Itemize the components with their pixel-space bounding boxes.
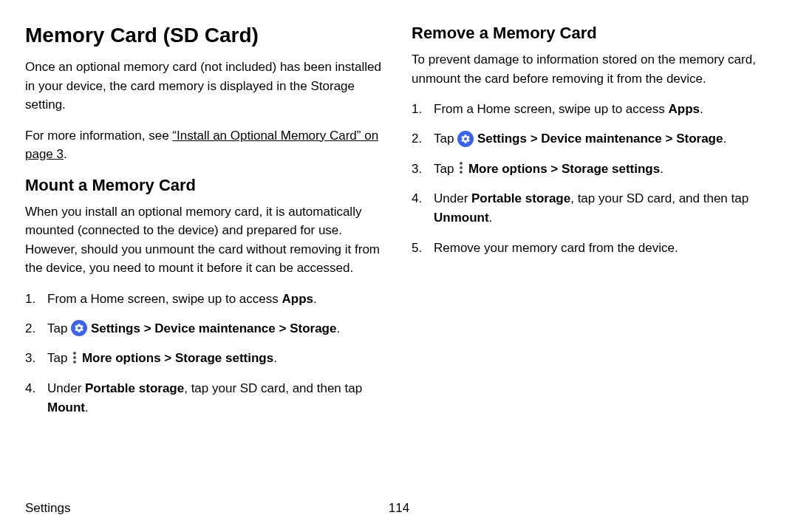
more-options-icon: [71, 352, 78, 364]
settings-path: Settings > Device maintenance > Storage: [91, 321, 337, 335]
more-info-paragraph: For more information, see “Install an Op…: [25, 126, 386, 164]
text: Tap: [434, 162, 457, 176]
text: , tap your SD card, and then tap: [184, 381, 362, 395]
more-options-path: More options > Storage settings: [468, 162, 660, 176]
text: , tap your SD card, and then tap: [570, 191, 748, 205]
mount-steps: From a Home screen, swipe up to access A…: [25, 290, 386, 418]
remove-step-1: From a Home screen, swipe up to access A…: [412, 100, 773, 119]
left-column: Memory Card (SD Card) Once an optional m…: [25, 24, 386, 497]
more-info-pre: For more information, see: [25, 129, 172, 143]
footer-section: Settings: [25, 501, 70, 516]
page-footer: Settings 114: [25, 501, 773, 516]
settings-path: Settings > Device maintenance > Storage: [477, 132, 723, 146]
remove-step-4: Under Portable storage, tap your SD card…: [412, 189, 773, 228]
mount-step-2: Tap Settings > Device maintenance > Stor…: [25, 319, 386, 338]
portable-storage-label: Portable storage: [85, 381, 184, 395]
mount-paragraph: When you install an optional memory card…: [25, 202, 386, 278]
remove-step-5: Remove your memory card from the device.: [412, 239, 773, 258]
portable-storage-label: Portable storage: [471, 191, 570, 205]
intro-paragraph: Once an optional memory card (not includ…: [25, 58, 386, 115]
text: Under: [434, 191, 471, 205]
remove-paragraph: To prevent damage to information stored …: [412, 50, 773, 88]
right-column: Remove a Memory Card To prevent damage t…: [412, 24, 773, 497]
mount-heading: Mount a Memory Card: [25, 176, 386, 195]
more-options-path: More options > Storage settings: [82, 351, 273, 365]
mount-label: Mount: [47, 400, 85, 415]
remove-steps: From a Home screen, swipe up to access A…: [412, 100, 773, 258]
text: Tap: [47, 351, 71, 365]
settings-icon: [457, 131, 474, 147]
text: Tap: [47, 321, 71, 335]
page-title: Memory Card (SD Card): [25, 24, 386, 47]
page-number: 114: [389, 501, 409, 516]
settings-icon: [71, 320, 87, 336]
remove-heading: Remove a Memory Card: [412, 24, 773, 43]
text: From a Home screen, swipe up to access: [47, 292, 282, 306]
mount-step-1: From a Home screen, swipe up to access A…: [25, 290, 386, 309]
text: Under: [47, 381, 85, 395]
mount-step-3: Tap More options > Storage settings.: [25, 349, 386, 368]
apps-label: Apps: [668, 102, 700, 116]
text: Tap: [434, 132, 457, 146]
text: From a Home screen, swipe up to access: [434, 102, 668, 116]
remove-step-2: Tap Settings > Device maintenance > Stor…: [412, 129, 773, 149]
more-options-icon: [457, 162, 465, 174]
mount-step-4: Under Portable storage, tap your SD card…: [25, 379, 386, 418]
remove-step-3: Tap More options > Storage settings.: [412, 160, 773, 179]
unmount-label: Unmount: [434, 211, 489, 225]
more-info-post: .: [64, 147, 67, 161]
apps-label: Apps: [282, 292, 313, 306]
